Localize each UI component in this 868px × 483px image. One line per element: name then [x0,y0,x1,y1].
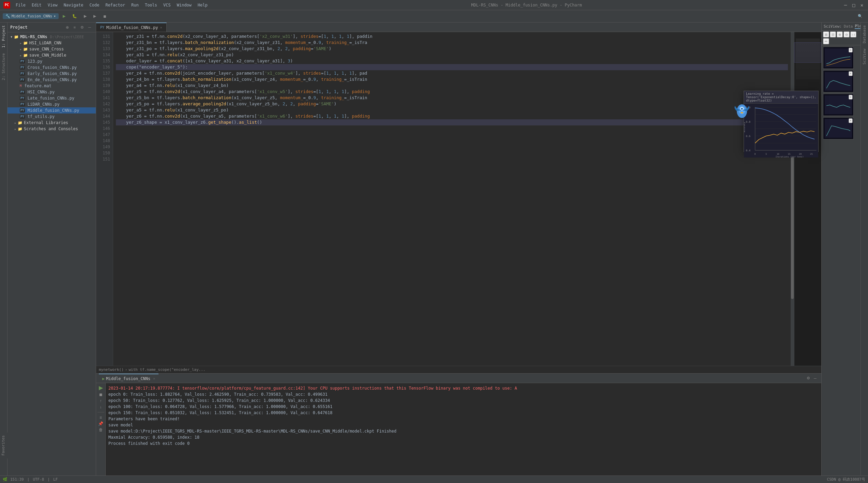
sciview-side-tab[interactable]: SciView [861,46,868,67]
tree-item-11[interactable]: PYMiddle_fusion_CNNs.py [7,107,96,114]
folder-icon: 📁 [18,127,22,131]
tree-root[interactable]: ▾ 📁 MDL-RS_CNNs D:\Project\IEEE [7,34,96,40]
menu-item-refactor[interactable]: Refactor [103,2,128,8]
breadcrumb: mynetwork() › with tf.name_scope("encode… [96,366,821,373]
tree-item-label: Cross_fusion_CNNs.py [28,65,77,70]
run-rerun-button[interactable]: ↑ [100,398,102,403]
tree-item-0[interactable]: ▸📁HSI_LiDAR_CNN [7,40,96,46]
tree-item-8[interactable]: PYHSI_CNNs.py [7,89,96,95]
svg-rect-3 [825,119,852,138]
menu-item-file[interactable]: File [13,2,28,8]
menu-bar[interactable]: FileEditViewNavigateCodeRefactorRunTools… [13,2,210,8]
menu-item-help[interactable]: Help [195,2,210,8]
favorites-label[interactable]: Favorites [0,433,6,458]
sciview-thumb-close-1[interactable]: ✕ [849,48,853,52]
sciview-thumb-close-4[interactable]: ✕ [849,118,853,123]
sciview-thumb-close-3[interactable]: ✕ [849,95,853,100]
tree-item-7[interactable]: Mfeature.mat [7,83,96,89]
tree-item-4[interactable]: PYCross_fusion_CNNs.py [7,64,96,71]
code-line: yer_z31_bn = tf.layers.batch_normalizati… [116,40,788,46]
minimize-button[interactable]: ─ [843,2,848,8]
menu-item-edit[interactable]: Edit [29,2,44,8]
run-scroll-up-button[interactable]: ↓ [100,405,102,409]
sciview-thumb-1[interactable]: ✕ [823,47,854,69]
window-controls[interactable]: ─ □ ✕ [843,2,865,8]
sidebar: Project ⊕ ≡ ⚙ ─ ▾ 📁 MDL-RS_CNNs D:\Proje… [7,22,96,476]
tree-item-5[interactable]: PYEarly_fusion_CNNs.py [7,71,96,77]
tab-close-button[interactable]: ✕ [160,26,162,29]
sciview-thumb-2[interactable]: ✕ [823,70,854,92]
app-logo: PC [3,2,10,9]
sciview-grid-button[interactable]: ⊟ [830,31,836,37]
tree-item-10[interactable]: PYLiDAR_CNNs.py [7,101,96,107]
run-minimize-button[interactable]: ─ [812,375,819,382]
project-tab[interactable]: 1: Project [0,22,7,50]
sciview-1to1-button[interactable]: 1:1 [850,31,856,37]
editor-scrollbar[interactable] [791,32,794,366]
tree-item-3[interactable]: PY123.py [7,58,96,64]
sciview-thumb-close-2[interactable]: ✕ [849,71,853,76]
run-wrap-button[interactable]: ≡ [100,415,102,420]
tree-item-9[interactable]: PYLate_fusion_CNNs.py [7,95,96,101]
tree-item-2[interactable]: ▸📁save_CNN_Middle [7,52,96,58]
sidebar-settings-button[interactable]: ⚙ [79,24,86,31]
database-tab[interactable]: Database [861,22,868,46]
tree-item-6[interactable]: PYEn_de_fusion_CNNs.py [7,77,96,83]
sciview-pencil-button[interactable]: ✏ [823,38,829,44]
run-tab-close[interactable]: ✕ [153,377,155,380]
tree-item-1[interactable]: ▸📁save_CNN_Cross [7,46,96,52]
sciview-data-tab[interactable]: Data [844,24,853,29]
sciview-thumb-4[interactable]: ✕ [823,117,854,139]
tree-item-label: save_CNN_Middle [29,53,66,58]
run-config-dropdown[interactable]: 🔧 Middle_fusion_CNNs ▾ [3,13,59,19]
run-tab[interactable]: ▶ Middle_fusion_CNNs ✕ [99,374,158,383]
tree-item-14[interactable]: ▸📁Scratches and Consoles [7,126,96,132]
menu-item-navigate[interactable]: Navigate [61,2,86,8]
menu-item-view[interactable]: View [45,2,60,8]
sidebar-header: Project ⊕ ≡ ⚙ ─ [7,22,96,32]
force-stop-button[interactable]: ⏹ [100,14,109,19]
sciview-zoom-out-button[interactable]: ⊖ [843,31,850,37]
menu-item-window[interactable]: Window [174,2,194,8]
run-settings-button[interactable]: ⚙ [805,375,812,382]
left-side-tabs: 1: Project 2: Structure [0,22,7,476]
code-line: yer_z4_bn = tf.layers.batch_normalizatio… [116,76,788,82]
py-icon: PY [20,90,25,94]
run-pin-button[interactable]: 📌 [98,421,103,426]
run-button[interactable]: ▶ [60,13,68,19]
run-play-button[interactable]: ▶ [99,384,103,391]
sciview-grid2-button[interactable]: ⊞ [823,31,829,37]
sidebar-collapse-button[interactable]: ≡ [71,24,78,31]
svg-text:Iterations (per tens): Iterations (per tens) [776,155,804,157]
line-number: 131 [96,33,110,40]
sciview-thumb-3[interactable]: ✕ [823,94,854,116]
search-everywhere-button[interactable]: 🔍 [855,13,865,19]
sidebar-locate-button[interactable]: ⊕ [64,24,71,31]
structure-tab[interactable]: 2: Structure [0,50,7,83]
run-output-line: Parameters have been trained! [108,416,819,422]
editor-tab-active[interactable]: PY Middle_fusion_CNNs.py ✕ [96,22,167,32]
line-number: 132 [96,40,110,46]
run-config-icon: 🔧 [5,14,10,18]
menu-item-run[interactable]: Run [128,2,141,8]
menu-item-tools[interactable]: Tools [142,2,160,8]
py-icon: PY [20,102,25,106]
menu-item-vcs[interactable]: VCS [161,2,173,8]
run-with-coverage-button[interactable]: ▶ [81,13,89,19]
code-content[interactable]: yer_z31 = tf.nn.conv2d(x2_conv_layer_a3,… [113,32,791,366]
tree-item-13[interactable]: ▸📁External Libraries [7,120,96,126]
run-clear-button[interactable]: 🗑 [99,427,103,432]
folder-icon: 📁 [23,47,28,51]
menu-item-code[interactable]: Code [87,2,102,8]
debug-button[interactable]: 🐛 [70,13,80,19]
profile-button[interactable]: ▶ [91,13,99,19]
svg-text:20: 20 [799,153,802,155]
favorites-tab[interactable]: Favorites [0,433,7,458]
run-stop-button[interactable]: ⏹ [99,392,103,397]
sidebar-minimize-button[interactable]: ─ [86,24,93,31]
file-tree: ▾ 📁 MDL-RS_CNNs D:\Project\IEEE ▸📁HSI_Li… [7,32,96,476]
close-button[interactable]: ✕ [859,2,865,8]
sciview-zoom-in-button[interactable]: ⊕ [837,31,843,37]
tree-item-12[interactable]: PYtf_utils.py [7,114,96,120]
maximize-button[interactable]: □ [851,2,856,8]
